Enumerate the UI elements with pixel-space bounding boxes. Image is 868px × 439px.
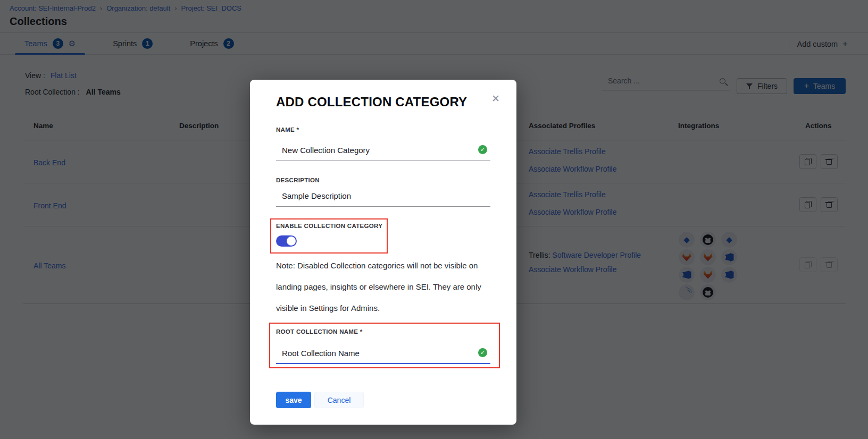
note-line: Note: Disabled Collection categories wil…	[276, 255, 481, 276]
name-input[interactable]	[276, 140, 490, 155]
description-field-label: DESCRIPTION	[276, 177, 320, 183]
description-input[interactable]	[276, 186, 490, 200]
modal-title: ADD COLLECTION CATEGORY	[276, 95, 467, 109]
collections-page: Account: SEI-Internal-Prod2 › Organizati…	[0, 0, 868, 439]
close-icon[interactable]: ✕	[489, 91, 502, 106]
note-line: landing pages, insights or elsewhere in …	[276, 276, 481, 298]
note-line: visible in Settings for Admins.	[276, 298, 481, 319]
modal-note: Note: Disabled Collection categories wil…	[276, 255, 481, 319]
cancel-button[interactable]: Cancel	[314, 392, 364, 408]
root-collection-name-field: ✓	[276, 343, 490, 364]
save-button[interactable]: save	[276, 392, 311, 408]
description-field	[276, 186, 490, 207]
valid-check-icon: ✓	[478, 145, 487, 154]
enable-category-toggle[interactable]	[276, 235, 297, 247]
name-field: ✓	[276, 140, 490, 161]
enable-category-label: ENABLE COLLECTION CATEGORY	[276, 223, 382, 229]
root-collection-name-label: ROOT COLLECTION NAME *	[276, 328, 362, 335]
add-collection-category-modal: ADD COLLECTION CATEGORY ✕ NAME * ✓ DESCR…	[250, 80, 516, 425]
name-field-label: NAME *	[276, 126, 299, 133]
root-collection-name-input[interactable]	[276, 343, 490, 358]
valid-check-icon: ✓	[478, 348, 487, 357]
